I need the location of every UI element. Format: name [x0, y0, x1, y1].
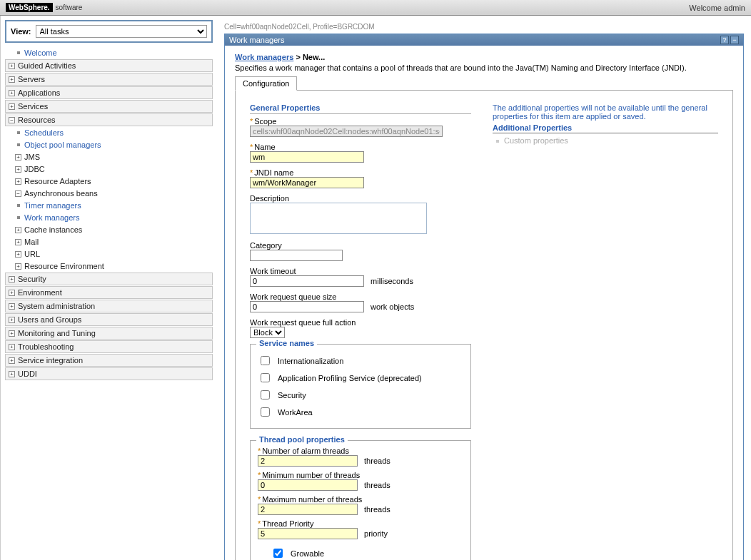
nav-monitor[interactable]: +Monitoring and Tuning	[5, 327, 213, 340]
nav-sysadmin[interactable]: +System administration	[5, 300, 213, 312]
plus-icon: +	[9, 330, 15, 337]
plus-icon: +	[15, 227, 21, 233]
plus-icon: +	[9, 371, 15, 377]
nav-cache[interactable]: +Cache instances	[5, 224, 213, 235]
nav-timer[interactable]: Timer managers	[5, 200, 213, 211]
nav-users[interactable]: +Users and Groups	[5, 313, 213, 326]
timeout-label: Work timeout	[250, 267, 296, 275]
service-names-legend: Service names	[256, 339, 317, 347]
nav-guided[interactable]: +Guided Activities	[5, 59, 213, 72]
panel: Work managers ? − Work managers > New...…	[224, 34, 744, 560]
nav-environment[interactable]: +Environment	[5, 286, 213, 299]
plus-icon: +	[15, 263, 21, 270]
nav-work[interactable]: Work managers	[5, 212, 213, 223]
category-input[interactable]	[250, 250, 343, 261]
minus-icon: −	[15, 190, 21, 197]
plus-icon: +	[9, 357, 15, 364]
tabs: Configuration	[235, 76, 733, 91]
full-action-select[interactable]: Block	[250, 327, 285, 338]
growable-checkbox[interactable]	[273, 549, 283, 558]
threads-unit: threads	[364, 457, 390, 465]
priority-unit: priority	[364, 529, 388, 538]
nav-services[interactable]: +Services	[5, 100, 213, 113]
prio-label: Thread Priority	[262, 519, 313, 528]
i18n-label: Internationalization	[278, 357, 343, 365]
nav-jdbc[interactable]: +JDBC	[5, 163, 213, 175]
jndi-label: JNDI name	[254, 168, 293, 177]
required-icon: *	[258, 447, 261, 455]
nav-security[interactable]: +Security	[5, 273, 213, 285]
required-icon: *	[258, 471, 261, 479]
view-select[interactable]: All tasks	[36, 25, 207, 38]
min-input[interactable]	[258, 479, 358, 491]
tab-content: General Properties *Scope *Name *JNDI na…	[235, 90, 733, 560]
jndi-input[interactable]	[250, 177, 364, 188]
ms-unit: milliseconds	[371, 277, 413, 285]
nav-resources[interactable]: −Resources	[5, 113, 213, 126]
breadcrumb-current: New...	[303, 53, 325, 61]
main-content: Cell=whf00aqnNode02Cell, Profile=BGRCDOM…	[217, 16, 751, 560]
panel-title-bar: Work managers ? −	[225, 34, 743, 46]
nav-servers[interactable]: +Servers	[5, 73, 213, 86]
required-icon: *	[258, 519, 261, 528]
nav-uddi[interactable]: +UDDI	[5, 367, 213, 380]
alarm-input[interactable]	[258, 455, 358, 467]
nav-link-welcome[interactable]: Welcome	[24, 49, 57, 57]
max-input[interactable]	[258, 504, 358, 515]
minimize-icon[interactable]: −	[730, 36, 739, 44]
security-checkbox[interactable]	[261, 390, 270, 399]
timeout-input[interactable]	[250, 275, 364, 287]
queue-input[interactable]	[250, 301, 364, 312]
help-icon[interactable]: ?	[720, 36, 729, 44]
view-selector-box: View: All tasks	[5, 20, 213, 43]
plus-icon: +	[9, 344, 15, 350]
nav-schedulers[interactable]: Schedulers	[5, 127, 213, 138]
nav-async[interactable]: −Asynchronous beans	[5, 188, 213, 199]
nav-welcome[interactable]: Welcome	[5, 47, 213, 58]
nav-jms[interactable]: +JMS	[5, 151, 213, 163]
bullet-icon	[17, 216, 20, 219]
tab-configuration[interactable]: Configuration	[235, 76, 297, 91]
wo-unit: work objects	[371, 302, 414, 311]
logo: WebSphere. software	[6, 3, 82, 12]
plus-icon: +	[15, 166, 21, 173]
description-textarea[interactable]	[250, 203, 427, 234]
prio-input[interactable]	[258, 528, 358, 539]
thread-pool-fieldset: Thread pool properties *Number of alarm …	[250, 440, 471, 560]
page-description: Specifies a work manager that contains a…	[235, 63, 733, 72]
cell-info: Cell=whf00aqnNode02Cell, Profile=BGRCDOM	[224, 23, 744, 31]
plus-icon: +	[9, 290, 15, 296]
full-action-label: Work request queue full action	[250, 318, 356, 327]
nav-url[interactable]: +URL	[5, 248, 213, 260]
threads-unit: threads	[364, 481, 390, 489]
view-label: View:	[11, 27, 31, 36]
name-input[interactable]	[250, 151, 364, 163]
panel-title-text: Work managers	[229, 36, 284, 44]
description-label: Description	[250, 194, 289, 203]
breadcrumb-link[interactable]: Work managers	[235, 53, 293, 61]
plus-icon: +	[9, 90, 15, 96]
logo-sub: software	[56, 4, 83, 11]
panel-icons: ? −	[720, 36, 739, 44]
nav-service-int[interactable]: +Service integration	[5, 354, 213, 367]
nav-ra[interactable]: +Resource Adapters	[5, 175, 213, 187]
app-profiling-checkbox[interactable]	[261, 373, 270, 382]
general-column: General Properties *Scope *Name *JNDI na…	[250, 103, 471, 560]
name-label: Name	[254, 143, 275, 151]
workarea-checkbox[interactable]	[261, 407, 270, 417]
threads-unit: threads	[364, 505, 390, 514]
thread-pool-legend: Thread pool properties	[256, 435, 348, 444]
nav-applications[interactable]: +Applications	[5, 86, 213, 99]
queue-label: Work request queue size	[250, 292, 336, 301]
app-header: WebSphere. software Welcome admin	[0, 0, 751, 16]
growable-label: Growable	[291, 549, 324, 558]
nav-trouble[interactable]: +Troubleshooting	[5, 340, 213, 353]
nav-opm[interactable]: Object pool managers	[5, 139, 213, 151]
plus-icon: +	[9, 76, 15, 83]
i18n-checkbox[interactable]	[261, 356, 270, 365]
breadcrumb-sep: >	[296, 53, 300, 61]
nav-mail[interactable]: +Mail	[5, 236, 213, 248]
breadcrumb: Work managers > New...	[235, 53, 733, 61]
welcome-text: Welcome admin	[689, 4, 745, 12]
nav-renv[interactable]: +Resource Environment	[5, 260, 213, 272]
